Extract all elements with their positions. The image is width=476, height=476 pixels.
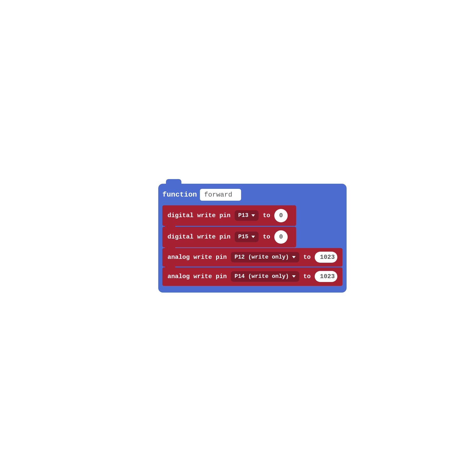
block1-connector: to — [263, 212, 270, 219]
block-analog-write-p12: analog write pin P12 (write only) to 102… — [162, 248, 342, 267]
block4-connector: to — [303, 273, 311, 280]
block3-dropdown-arrow — [292, 256, 296, 258]
block1-label: digital write pin — [168, 212, 231, 219]
block3-pin-value: P12 (write only) — [234, 254, 289, 260]
workspace: function digital write pin P13 to 0 digi… — [148, 173, 328, 303]
function-name-input[interactable] — [200, 189, 241, 201]
block4-pin-dropdown[interactable]: P14 (write only) — [231, 271, 299, 282]
block2-dropdown-arrow — [251, 236, 255, 238]
function-block: function digital write pin P13 to 0 digi… — [158, 184, 347, 293]
block4-dropdown-arrow — [292, 275, 296, 278]
block-analog-write-p14: analog write pin P14 (write only) to 102… — [162, 267, 342, 286]
block3-pin-dropdown[interactable]: P12 (write only) — [231, 252, 299, 262]
block3-label: analog write pin — [168, 254, 227, 261]
block1-value[interactable]: 0 — [274, 209, 288, 222]
block3-connector: to — [303, 254, 311, 261]
function-keyword: function — [162, 191, 197, 199]
block-digital-write-p13: digital write pin P13 to 0 — [162, 205, 296, 226]
block2-pin-value: P15 — [238, 234, 249, 240]
block1-pin-value: P13 — [238, 212, 249, 219]
block-digital-write-p15: digital write pin P15 to 0 — [162, 227, 296, 247]
block2-connector: to — [263, 233, 270, 240]
function-header: function — [162, 188, 342, 202]
block2-value[interactable]: 0 — [274, 230, 288, 244]
block1-dropdown-arrow — [251, 214, 255, 217]
statements-container: digital write pin P13 to 0 digital write… — [162, 205, 342, 286]
block2-pin-dropdown[interactable]: P15 — [235, 232, 259, 242]
block4-label: analog write pin — [168, 273, 227, 280]
block4-pin-value: P14 (write only) — [234, 273, 289, 280]
block2-label: digital write pin — [168, 233, 231, 240]
block4-value[interactable]: 1023 — [315, 271, 337, 282]
block1-pin-dropdown[interactable]: P13 — [235, 210, 259, 221]
block3-value[interactable]: 1023 — [315, 252, 337, 263]
